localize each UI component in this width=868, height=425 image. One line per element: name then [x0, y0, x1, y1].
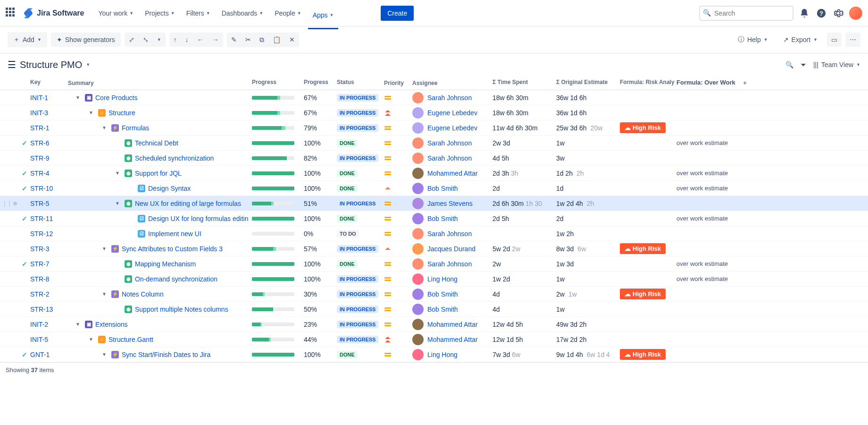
nav-item-filters[interactable]: Filters▼	[182, 6, 215, 21]
status-badge[interactable]: IN PROGRESS	[337, 290, 378, 298]
header-summary[interactable]: Summary	[68, 79, 252, 87]
search-icon[interactable]: 🔍	[785, 61, 793, 68]
assignee-link[interactable]: Sarah Johnson	[427, 260, 472, 268]
nav-item-people[interactable]: People▼	[270, 6, 306, 21]
expand-caret-icon[interactable]: ▼	[89, 110, 95, 115]
create-button[interactable]: Create	[381, 6, 414, 21]
view-selector[interactable]: ||| Team View ▼	[813, 61, 860, 68]
collapse-all-button[interactable]: ⤡	[139, 33, 153, 47]
header-overwork[interactable]: Formula: Over Work	[676, 79, 738, 87]
issue-summary-link[interactable]: Mapping Mechanism	[135, 260, 196, 268]
assignee-link[interactable]: Mohammed Attar	[427, 336, 478, 343]
status-badge[interactable]: IN PROGRESS	[337, 200, 378, 207]
issue-key-link[interactable]: STR-4	[30, 170, 49, 177]
table-row[interactable]: STR-9 ◉ Scheduled synchronization 82% IN…	[0, 151, 868, 166]
table-row[interactable]: STR-3 ▼ ⚡ Sync Attributes to Custom Fiel…	[0, 241, 868, 256]
status-badge[interactable]: IN PROGRESS	[337, 94, 378, 102]
issue-key-link[interactable]: INIT-5	[30, 336, 48, 343]
issue-key-link[interactable]: STR-7	[30, 260, 49, 268]
assignee-avatar[interactable]	[412, 228, 424, 239]
table-row[interactable]: ✓ STR-4 ▼ ◉ Support for JQL 100% DONE Mo…	[0, 166, 868, 181]
copy-button[interactable]: ⧉	[255, 33, 268, 47]
nav-item-projects[interactable]: Projects▼	[140, 6, 180, 21]
assignee-avatar[interactable]	[412, 289, 424, 300]
issue-summary-link[interactable]: Design Syntax	[148, 185, 191, 192]
issue-summary-link[interactable]: Scheduled synchronization	[135, 154, 214, 162]
issue-summary-link[interactable]: Design UX for long formulas editin	[148, 215, 248, 222]
issue-key-link[interactable]: STR-3	[30, 245, 49, 253]
status-badge[interactable]: IN PROGRESS	[337, 109, 378, 117]
assignee-avatar[interactable]	[412, 319, 424, 330]
assignee-avatar[interactable]	[412, 198, 424, 209]
status-badge[interactable]: IN PROGRESS	[337, 154, 378, 162]
table-row[interactable]: INIT-2 ▼ ▣ Extensions 23% IN PROGRESS Mo…	[0, 317, 868, 332]
assignee-avatar[interactable]	[412, 304, 424, 315]
table-row[interactable]: ⋮⋮ STR-5 ▼ ◉ New UX for editing of large…	[0, 196, 868, 211]
assignee-avatar[interactable]	[412, 107, 424, 119]
status-badge[interactable]: IN PROGRESS	[337, 275, 378, 283]
table-row[interactable]: STR-2 ▼ ⚡ Notes Column 30% IN PROGRESS B…	[0, 287, 868, 302]
assignee-avatar[interactable]	[412, 153, 424, 164]
show-generators-button[interactable]: ✦Show generators	[51, 33, 121, 47]
header-assignee[interactable]: Assignee	[412, 79, 492, 87]
filter-icon[interactable]: ⏷	[800, 61, 807, 68]
expand-caret-icon[interactable]: ▼	[75, 95, 82, 100]
header-key[interactable]: Key	[30, 79, 68, 87]
status-badge[interactable]: IN PROGRESS	[337, 336, 378, 343]
assignee-link[interactable]: James Stevens	[427, 200, 473, 207]
assignee-avatar[interactable]	[412, 168, 424, 179]
table-row[interactable]: INIT-3 ▼ ☼ Structure 67% IN PROGRESS Eug…	[0, 105, 868, 120]
help-button[interactable]: ⓘHelp▼	[732, 32, 774, 47]
issue-key-link[interactable]: STR-8	[30, 275, 49, 283]
outdent-button[interactable]: ←	[193, 33, 208, 47]
add-button[interactable]: ＋Add▼	[8, 32, 47, 47]
expand-menu-button[interactable]: ▼	[153, 33, 166, 47]
panels-button[interactable]: ▭	[827, 33, 842, 47]
issue-summary-link[interactable]: Sync Attributes to Custom Fields 3	[122, 245, 223, 253]
assignee-avatar[interactable]	[412, 273, 424, 285]
assignee-link[interactable]: Ling Hong	[427, 275, 458, 283]
assignee-avatar[interactable]	[412, 258, 424, 270]
assignee-link[interactable]: Bob Smith	[427, 215, 458, 222]
assignee-avatar[interactable]	[412, 122, 424, 134]
delete-button[interactable]: ✕	[285, 33, 299, 47]
assignee-link[interactable]: Eugene Lebedev	[427, 124, 477, 132]
issue-summary-link[interactable]: Formulas	[122, 124, 149, 132]
issue-key-link[interactable]: STR-10	[30, 185, 53, 192]
issue-summary-link[interactable]: Core Products	[95, 94, 137, 102]
drag-handle-icon[interactable]: ⋮⋮	[2, 200, 11, 207]
expand-caret-icon[interactable]: ▼	[102, 246, 108, 251]
table-row[interactable]: INIT-1 ▼ ▣ Core Products 67% IN PROGRESS…	[0, 90, 868, 105]
move-up-button[interactable]: ↑	[169, 33, 181, 47]
add-column-button[interactable]: ＋	[738, 79, 752, 87]
help-icon[interactable]: ?	[815, 7, 827, 19]
table-row[interactable]: ✓ STR-10 ☑ Design Syntax 100% DONE Bob S…	[0, 181, 868, 196]
status-badge[interactable]: DONE	[337, 139, 358, 147]
assignee-avatar[interactable]	[412, 349, 424, 360]
table-row[interactable]: STR-8 ◉ On-demand synchronization 100% I…	[0, 272, 868, 287]
status-badge[interactable]: DONE	[337, 170, 358, 177]
settings-icon[interactable]	[832, 7, 844, 19]
expand-caret-icon[interactable]: ▼	[102, 291, 108, 297]
app-switcher-icon[interactable]	[6, 8, 17, 19]
table-row[interactable]: ✓ STR-6 ◉ Technical Debt 100% DONE Sarah…	[0, 136, 868, 151]
issue-summary-link[interactable]: Structure	[108, 109, 135, 117]
table-row[interactable]: ✓ GNT-1 ▼ ⚡ Sync Start/Finish Dates to J…	[0, 347, 868, 362]
assignee-link[interactable]: Ling Hong	[427, 351, 458, 358]
table-row[interactable]: STR-1 ▼ ⚡ Formulas 79% IN PROGRESS Eugen…	[0, 120, 868, 136]
header-progress-pct[interactable]: Progress	[304, 79, 337, 87]
issue-key-link[interactable]: GNT-1	[30, 351, 50, 358]
nav-item-dashboards[interactable]: Dashboards▼	[217, 6, 268, 21]
assignee-link[interactable]: Sarah Johnson	[427, 94, 472, 102]
status-badge[interactable]: DONE	[337, 185, 358, 192]
table-row[interactable]: INIT-5 ▼ ☼ Structure.Gantt 44% IN PROGRE…	[0, 332, 868, 347]
expand-caret-icon[interactable]: ▼	[75, 322, 82, 327]
issue-summary-link[interactable]: Notes Column	[122, 290, 164, 298]
issue-summary-link[interactable]: Support for JQL	[135, 170, 182, 177]
status-badge[interactable]: IN PROGRESS	[337, 321, 378, 328]
export-button[interactable]: ↗Export▼	[777, 33, 823, 47]
table-row[interactable]: ✓ STR-7 ◉ Mapping Mechanism 100% DONE Sa…	[0, 256, 868, 272]
header-priority[interactable]: Priority	[384, 79, 412, 87]
status-badge[interactable]: IN PROGRESS	[337, 306, 378, 313]
issue-summary-link[interactable]: Sync Start/Finish Dates to Jira	[122, 351, 210, 358]
